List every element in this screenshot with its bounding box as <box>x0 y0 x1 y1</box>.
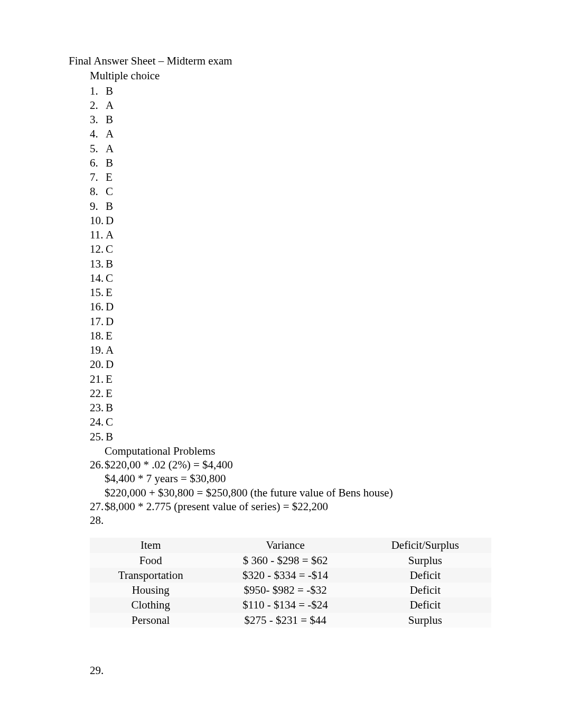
mc-answer-list: 1.B 2.A 3.B 4.A 5.A 6.B 7.E 8.C 9.B 10.D… <box>69 84 492 444</box>
cell-variance: $110 - $134 = -$24 <box>212 597 359 612</box>
table-header-row: Item Variance Deficit/Surplus <box>90 538 491 552</box>
item-number: 17. <box>90 315 106 328</box>
table-row: Personal $275 - $231 = $44 Surplus <box>90 613 491 628</box>
cell-variance: $275 - $231 = $44 <box>212 613 359 628</box>
item-number: 10. <box>90 214 106 227</box>
list-item: 11.A <box>90 228 492 242</box>
table-row: Food $ 360 - $298 = $62 Surplus <box>90 553 491 568</box>
item-number: 4. <box>90 127 106 141</box>
cell-ds: Surplus <box>359 613 491 628</box>
item-number: 13. <box>90 257 106 271</box>
list-item: 7.E <box>90 170 492 184</box>
mc-section-label: Multiple choice <box>90 69 492 82</box>
item-number: 23. <box>90 401 106 414</box>
cell-item: Food <box>90 553 212 568</box>
item-number: 12. <box>90 242 106 256</box>
list-item: 9.B <box>90 199 492 213</box>
item-number: 7. <box>90 170 106 184</box>
list-item: 14.C <box>90 271 492 285</box>
item-answer: C <box>106 185 113 198</box>
list-item: 4.A <box>90 127 492 141</box>
item-answer: B <box>106 199 113 213</box>
item-answer: C <box>106 271 113 285</box>
budget-table-wrap: Item Variance Deficit/Surplus Food $ 360… <box>90 538 492 628</box>
cell-item: Transportation <box>90 568 212 583</box>
item-answer: D <box>106 300 114 314</box>
item-answer: A <box>106 228 114 242</box>
item-number: 21. <box>90 372 106 386</box>
item-answer: A <box>106 142 114 155</box>
item-answer: A <box>106 127 114 141</box>
list-item: 19.A <box>90 343 492 357</box>
cell-ds: Deficit <box>359 568 491 583</box>
list-item: 22.E <box>90 386 492 400</box>
item-answer: D <box>106 214 114 227</box>
list-item: 16.D <box>90 300 492 314</box>
item-number: 11. <box>90 228 106 242</box>
list-item: 2.A <box>90 98 492 112</box>
item-answer: B <box>106 156 113 170</box>
list-item: 15.E <box>90 285 492 299</box>
list-item: 17.D <box>90 315 492 328</box>
item-answer: B <box>106 113 113 126</box>
item-answer: E <box>106 386 113 400</box>
document-title: Final Answer Sheet – Midterm exam <box>69 54 492 68</box>
col-header-item: Item <box>90 538 212 552</box>
item-answer: D <box>106 357 114 371</box>
table-row: Clothing $110 - $134 = -$24 Deficit <box>90 597 491 612</box>
col-header-ds: Deficit/Surplus <box>359 538 491 552</box>
item-number: 9. <box>90 199 106 213</box>
list-item: 20.D <box>90 357 492 371</box>
cell-ds: Deficit <box>359 597 491 612</box>
item-number: 18. <box>90 329 106 343</box>
q26-line1: 26. $220,00 * .02 (2%) = $4,400 <box>90 458 492 472</box>
item-number: 19. <box>90 343 106 357</box>
q26-text-1: $220,00 * .02 (2%) = $4,400 <box>105 458 233 472</box>
page: Final Answer Sheet – Midterm exam Multip… <box>0 0 561 728</box>
item-answer: B <box>106 84 113 98</box>
item-number: 24. <box>90 415 106 429</box>
cell-item: Personal <box>90 613 212 628</box>
list-item: 25.B <box>90 430 492 444</box>
q29-line: 29. <box>90 664 492 677</box>
item-answer: E <box>106 285 113 299</box>
cell-ds: Surplus <box>359 553 491 568</box>
table-row: Transportation $320 - $334 = -$14 Defici… <box>90 568 491 583</box>
item-number: 14. <box>90 271 106 285</box>
list-item: 6.B <box>90 156 492 170</box>
item-number: 20. <box>90 357 106 371</box>
cell-variance: $ 360 - $298 = $62 <box>212 553 359 568</box>
cell-ds: Deficit <box>359 583 491 597</box>
item-answer: E <box>106 170 113 184</box>
list-item: 1.B <box>90 84 492 98</box>
item-number: 22. <box>90 386 106 400</box>
item-answer: D <box>106 315 114 328</box>
q27-text-1: $8,000 * 2.775 (present value of series)… <box>105 500 328 513</box>
item-number: 26. <box>90 458 105 472</box>
item-number: 3. <box>90 113 106 126</box>
q26-line3: $220,000 + $30,800 = $250,800 (the futur… <box>105 486 492 500</box>
item-answer: B <box>106 257 113 271</box>
item-answer: B <box>106 401 113 414</box>
item-answer: E <box>106 372 113 386</box>
item-number: 28. <box>90 513 105 527</box>
item-answer: B <box>106 430 113 444</box>
list-item: 23.B <box>90 401 492 414</box>
comp-section-label: Computational Problems <box>105 444 492 458</box>
list-item: 24.C <box>90 415 492 429</box>
item-number: 6. <box>90 156 106 170</box>
item-number: 27. <box>90 500 105 513</box>
item-answer: E <box>106 329 113 343</box>
item-number: 5. <box>90 142 106 155</box>
item-number: 8. <box>90 185 106 198</box>
item-number: 25. <box>90 430 106 444</box>
item-number: 1. <box>90 84 106 98</box>
item-number: 29. <box>90 664 105 677</box>
budget-table: Item Variance Deficit/Surplus Food $ 360… <box>90 538 491 628</box>
table-row: Housing $950- $982 = -$32 Deficit <box>90 583 491 597</box>
list-item: 5.A <box>90 142 492 155</box>
cell-item: Housing <box>90 583 212 597</box>
q26-line2: $4,400 * 7 years = $30,800 <box>105 472 492 485</box>
list-item: 13.B <box>90 257 492 271</box>
q28-line: 28. <box>90 513 492 527</box>
